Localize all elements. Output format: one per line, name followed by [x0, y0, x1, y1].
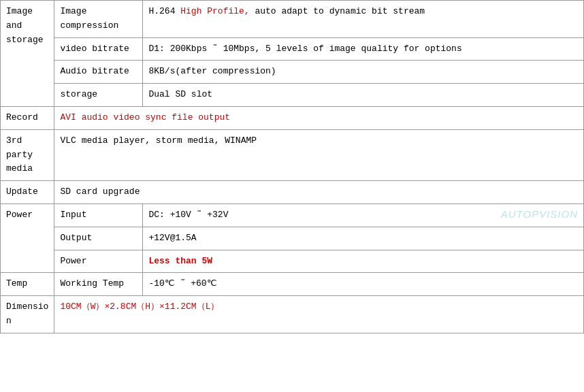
table-row: Audio bitrate 8KB/s(after compression) [1, 61, 584, 84]
category-3rd-party: 3rd party media [1, 129, 54, 180]
less-than-5w: Less than 5W [148, 256, 212, 266]
table-row: Dimensio n 10CM（W）×2.8CM（H）×11.2CM（L） [1, 296, 584, 333]
subcategory-image-compression: Image compression [54, 1, 143, 38]
highlight-high-profile: High Profile, [180, 6, 249, 16]
value-image-compression: H.264 High Profile, auto adapt to dynami… [143, 1, 584, 38]
value-update: SD card upgrade [54, 181, 584, 204]
table-row: 3rd party media VLC media player, storm … [1, 129, 584, 180]
value-power-power: Less than 5W [143, 250, 584, 273]
spec-table: Image and storage Image compression H.26… [0, 0, 584, 333]
table-row: storage Dual SD slot [1, 84, 584, 107]
table-row: Image and storage Image compression H.26… [1, 1, 584, 38]
value-3rd-party: VLC media player, storm media, WINAMP [54, 129, 584, 180]
subcategory-power-output: Output [54, 227, 143, 250]
category-dimension: Dimensio n [1, 296, 54, 333]
value-storage: Dual SD slot [143, 84, 584, 107]
subcategory-power-input: Input [54, 203, 143, 227]
value-dimension: 10CM（W）×2.8CM（H）×11.2CM（L） [54, 296, 584, 333]
table-row: video bitrate D1: 200Kbps ˜ 10Mbps, 5 le… [1, 37, 584, 61]
category-image-storage: Image and storage [1, 1, 54, 107]
category-record: Record [1, 106, 54, 129]
category-temp: Temp [1, 273, 54, 296]
record-value: AVI audio video sync file output [60, 112, 230, 122]
table-row: Record AVI audio video sync file output [1, 106, 584, 129]
dimension-value: 10CM（W）×2.8CM（H）×11.2CM（L） [60, 301, 219, 312]
value-power-output: +12V@1.5A [143, 227, 584, 250]
subcategory-audio-bitrate: Audio bitrate [54, 61, 143, 84]
subcategory-power-power: Power [54, 250, 143, 273]
subcategory-video-bitrate: video bitrate [54, 37, 143, 61]
table-row: Output +12V@1.5A [1, 227, 584, 250]
category-update: Update [1, 181, 54, 204]
value-record: AVI audio video sync file output [54, 106, 584, 129]
table-row: Power Input DC: +10V ˜ +32V AUTOPVISION [1, 203, 584, 227]
table-row: Power Less than 5W [1, 250, 584, 273]
value-working-temp: -10℃ ˜ +60℃ [143, 273, 584, 296]
table-row: Update SD card upgrade [1, 181, 584, 204]
table-row: Temp Working Temp -10℃ ˜ +60℃ [1, 273, 584, 296]
subcategory-working-temp: Working Temp [54, 273, 143, 296]
value-video-bitrate: D1: 200Kbps ˜ 10Mbps, 5 levels of image … [143, 37, 584, 61]
subcategory-storage: storage [54, 84, 143, 107]
value-power-input: DC: +10V ˜ +32V AUTOPVISION [143, 203, 584, 227]
value-audio-bitrate: 8KB/s(after compression) [143, 61, 584, 84]
watermark-autopvision: AUTOPVISION [501, 206, 578, 223]
power-input-value: DC: +10V ˜ +32V [148, 210, 228, 220]
category-power: Power [1, 203, 54, 272]
